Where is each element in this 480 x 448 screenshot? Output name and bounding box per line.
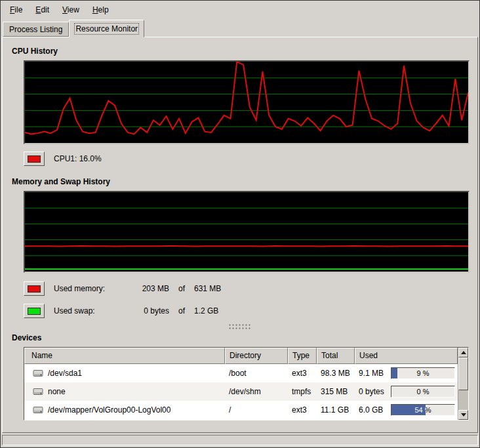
status-bar <box>2 435 478 445</box>
usage-progress-fill: 54 % <box>391 405 426 415</box>
device-used: 9.1 MB <box>359 369 384 378</box>
device-name: /dev/sda1 <box>48 369 82 378</box>
scrollbar-thumb[interactable] <box>458 357 468 390</box>
usage-progressbar: 0 % 0 % <box>391 386 455 397</box>
scroll-down-button[interactable] <box>458 410 468 420</box>
cpu1-legend-label: CPU1: 16.0% <box>54 154 102 163</box>
used-memory-label: Used memory: <box>54 284 122 293</box>
device-directory: / <box>225 405 288 415</box>
used-memory-color-swatch <box>28 285 41 293</box>
column-header-used[interactable]: Used <box>355 348 458 364</box>
arrow-down-icon <box>461 413 466 417</box>
drive-icon <box>33 369 43 377</box>
device-used: 6.0 GB <box>359 405 383 415</box>
menu-view[interactable]: View <box>56 3 86 17</box>
menu-view-label: iew <box>68 5 79 14</box>
menu-edit-label: dit <box>41 5 49 14</box>
tab-process-listing[interactable]: Process Listing <box>3 22 69 37</box>
menu-help-label: elp <box>98 5 109 14</box>
menu-view-mnemonic: V <box>62 5 68 14</box>
cpu-legend-row: CPU1: 16.0% <box>24 151 470 167</box>
cpu-history-graph <box>24 60 470 144</box>
device-type: tmpfs <box>288 387 317 396</box>
used-swap-color-swatch <box>28 308 41 315</box>
devices-table-main: Name Directory Type Total Used /dev/sda1… <box>24 348 458 420</box>
used-memory-legend: Used memory:203 MBof631 MB <box>54 284 221 293</box>
cpu1-color-button[interactable] <box>24 152 45 166</box>
devices-scrollbar[interactable] <box>458 348 468 420</box>
menu-help[interactable]: Help <box>86 3 115 17</box>
cpu1-color-swatch <box>28 155 41 163</box>
table-row-none[interactable]: none /dev/shm tmpfs 315 MB 0 bytes 0 % 0… <box>24 382 458 401</box>
column-header-total[interactable]: Total <box>317 348 355 364</box>
used-swap-legend: Used swap:0 bytesof1.2 GB <box>54 306 218 316</box>
tab-resource-monitor-label: Resource Monitor <box>75 24 138 33</box>
menu-help-mnemonic: H <box>92 5 98 14</box>
device-directory: /boot <box>225 369 288 378</box>
cpu-history-title: CPU History <box>12 47 470 56</box>
device-used: 0 bytes <box>359 387 384 396</box>
column-header-name[interactable]: Name <box>24 348 225 364</box>
cpu-history-chart <box>25 62 468 143</box>
devices-table-header: Name Directory Type Total Used <box>24 348 458 364</box>
drive-icon <box>33 406 43 414</box>
notebook-tabbar: Process Listing Resource Monitor <box>1 18 479 37</box>
menu-file[interactable]: File <box>3 3 29 17</box>
table-row-mapper-logvol00[interactable]: /dev/mapper/VolGroup00-LogVol00 / ext3 1… <box>24 401 458 419</box>
menubar: File Edit View Help <box>1 1 479 18</box>
used-swap-value: 0 bytes <box>122 306 169 316</box>
devices-table-body: /dev/sda1 /boot ext3 98.3 MB 9.1 MB 9 % … <box>24 364 458 420</box>
used-swap-label: Used swap: <box>54 306 122 316</box>
devices-table: Name Directory Type Total Used /dev/sda1… <box>24 347 469 420</box>
system-monitor-window: File Edit View Help Process Listing Reso… <box>0 0 480 448</box>
swap-legend-row: Used swap:0 bytesof1.2 GB <box>24 303 470 319</box>
usage-percent-label-light: 9 % <box>391 368 397 378</box>
drive-icon <box>33 388 43 396</box>
device-total: 11.1 GB <box>317 405 355 415</box>
devices-title: Devices <box>12 333 470 342</box>
arrow-up-icon <box>461 351 466 354</box>
device-total: 315 MB <box>317 387 355 396</box>
column-header-type[interactable]: Type <box>288 348 317 364</box>
resource-monitor-page: CPU History CPU1: 16.0% Memory and Swap … <box>2 37 478 433</box>
scroll-up-button[interactable] <box>458 348 468 357</box>
memory-legend-row: Used memory:203 MBof631 MB <box>24 281 470 296</box>
usage-percent-label: 9 % <box>391 368 454 378</box>
scrollbar-track[interactable] <box>458 357 468 410</box>
used-memory-color-button[interactable] <box>24 281 45 296</box>
device-name: none <box>48 387 66 396</box>
memory-swap-graph <box>24 191 470 273</box>
device-total: 98.3 MB <box>317 369 355 378</box>
table-row-dev-sda1[interactable]: /dev/sda1 /boot ext3 98.3 MB 9.1 MB 9 % … <box>24 364 458 382</box>
usage-percent-label: 0 % <box>391 386 454 397</box>
device-type: ext3 <box>288 369 317 378</box>
device-type: ext3 <box>288 405 317 415</box>
used-memory-total: 631 MB <box>194 284 221 293</box>
used-memory-of: of <box>178 284 185 293</box>
tab-process-listing-label: Process Listing <box>9 25 62 34</box>
used-memory-value: 203 MB <box>122 284 169 293</box>
menu-file-label: ile <box>14 5 22 14</box>
tab-resource-monitor[interactable]: Resource Monitor <box>69 20 144 37</box>
paned-resize-grip[interactable] <box>228 323 252 329</box>
usage-progress-fill: 9 % <box>391 368 397 378</box>
menu-edit[interactable]: Edit <box>29 3 56 17</box>
column-header-directory[interactable]: Directory <box>225 348 288 364</box>
usage-progressbar: 9 % 9 % <box>391 367 455 379</box>
used-swap-color-button[interactable] <box>24 304 45 318</box>
used-swap-of: of <box>178 306 185 316</box>
memory-swap-chart <box>25 192 468 272</box>
usage-progressbar: 54 % 54 % <box>391 404 455 416</box>
used-swap-total: 1.2 GB <box>194 306 218 316</box>
device-name: /dev/mapper/VolGroup00-LogVol00 <box>48 405 170 415</box>
memory-history-title: Memory and Swap History <box>12 177 470 186</box>
usage-percent-label-light: 54 % <box>391 405 426 415</box>
device-directory: /dev/shm <box>225 387 288 396</box>
